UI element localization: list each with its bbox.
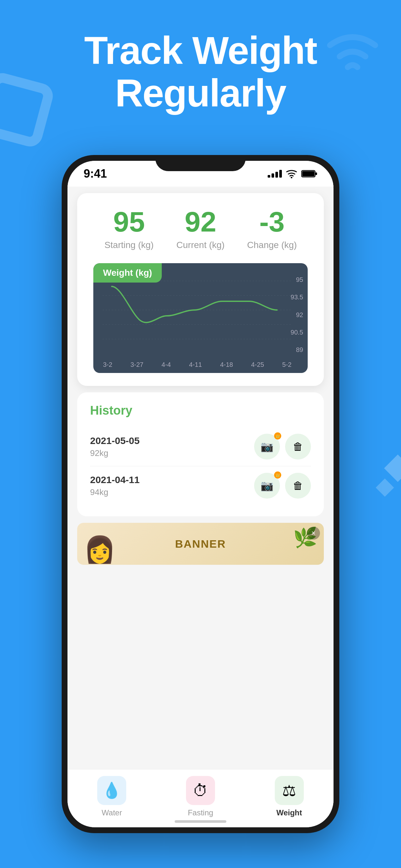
- history-weight-2: 94kg: [90, 487, 140, 497]
- tab-water[interactable]: 💧 Water: [67, 776, 156, 817]
- weight-chart: Weight (kg) 95: [93, 263, 308, 373]
- chart-header: Weight (kg): [93, 263, 162, 283]
- delete-button-1[interactable]: 🗑: [285, 434, 311, 460]
- y-label-905: 90.5: [290, 329, 303, 336]
- title-area: Track Weight Regularly: [0, 29, 401, 114]
- history-date-2: 2021-04-11: [90, 474, 140, 485]
- x-label-44: 4-4: [161, 361, 171, 368]
- banner: 👩 BANNER 🌿 ×: [77, 523, 324, 565]
- camera-icon-1: 📷: [260, 440, 274, 453]
- current-label: Current (kg): [165, 240, 236, 250]
- badge-1: 👑: [274, 432, 281, 439]
- current-value: 92: [165, 208, 236, 236]
- history-item-2: 2021-04-11 94kg 📷 👑 🗑: [90, 466, 311, 505]
- history-title: History: [90, 404, 311, 417]
- tab-fasting[interactable]: ⏱ Fasting: [156, 776, 245, 817]
- trash-icon-1: 🗑: [293, 441, 303, 453]
- history-section: History 2021-05-05 92kg 📷 👑 🗑: [77, 392, 324, 516]
- phone-frame: 9:41: [62, 155, 339, 833]
- stat-starting: 95 Starting (kg): [93, 208, 165, 250]
- weight-tab-icon: ⚖: [275, 776, 304, 805]
- history-date-1: 2021-05-05: [90, 435, 140, 446]
- history-item-1-info: 2021-05-05 92kg: [90, 435, 140, 458]
- y-label-89: 89: [290, 346, 303, 353]
- x-axis-labels: 3-2 3-27 4-4 4-11 4-18 4-25 5-2: [103, 361, 291, 368]
- delete-button-2[interactable]: 🗑: [285, 473, 311, 499]
- history-actions-1: 📷 👑 🗑: [254, 434, 311, 460]
- camera-button-1[interactable]: 📷 👑: [254, 434, 280, 460]
- title-line1: Track Weight: [84, 29, 317, 72]
- wifi-icon: [286, 169, 297, 178]
- fasting-tab-label: Fasting: [188, 808, 213, 817]
- stat-current: 92 Current (kg): [165, 208, 236, 250]
- history-item-2-info: 2021-04-11 94kg: [90, 474, 140, 497]
- stats-row: 95 Starting (kg) 92 Current (kg) -3 Chan…: [93, 208, 308, 250]
- weight-icon: ⚖: [282, 781, 296, 800]
- title-line2: Regularly: [115, 71, 286, 115]
- status-icons: [268, 169, 317, 178]
- tab-bar: 💧 Water ⏱ Fasting ⚖ Weight: [67, 769, 334, 827]
- water-tab-icon: 💧: [97, 776, 126, 805]
- stats-card: 95 Starting (kg) 92 Current (kg) -3 Chan…: [77, 193, 324, 386]
- x-label-327: 3-27: [130, 361, 143, 368]
- svg-rect-3: [302, 171, 314, 176]
- starting-value: 95: [93, 208, 165, 236]
- camera-button-2[interactable]: 📷 👑: [254, 473, 280, 499]
- bg-diamond2: [376, 478, 394, 497]
- bg-diamond1: [384, 455, 401, 482]
- y-label-935: 93.5: [290, 293, 303, 301]
- camera-icon-2: 📷: [260, 479, 274, 492]
- close-icon: ×: [312, 529, 316, 537]
- y-axis-labels: 95 93.5 92 90.5 89: [290, 276, 303, 353]
- fasting-icon: ⏱: [193, 782, 208, 800]
- banner-close-button[interactable]: ×: [307, 527, 320, 539]
- y-label-95: 95: [290, 276, 303, 283]
- svg-rect-2: [315, 173, 317, 175]
- x-label-52: 5-2: [282, 361, 291, 368]
- x-label-411: 4-11: [189, 361, 202, 368]
- history-item-1: 2021-05-05 92kg 📷 👑 🗑: [90, 427, 311, 466]
- svg-point-0: [291, 177, 292, 179]
- history-weight-1: 92kg: [90, 448, 140, 458]
- starting-label: Starting (kg): [93, 240, 165, 250]
- page-title: Track Weight Regularly: [26, 29, 375, 114]
- x-label-418: 4-18: [220, 361, 233, 368]
- change-value: -3: [236, 208, 308, 236]
- x-label-425: 4-25: [251, 361, 264, 368]
- x-label-32: 3-2: [103, 361, 112, 368]
- water-icon: 💧: [102, 781, 121, 800]
- stat-change: -3 Change (kg): [236, 208, 308, 250]
- banner-girl-icon: 👩: [84, 534, 116, 565]
- fasting-tab-icon: ⏱: [186, 776, 215, 805]
- home-indicator: [175, 820, 226, 823]
- chart-title: Weight (kg): [103, 268, 152, 278]
- phone-notch: [155, 155, 246, 171]
- battery-icon: [301, 169, 317, 178]
- history-actions-2: 📷 👑 🗑: [254, 473, 311, 499]
- tab-weight[interactable]: ⚖ Weight: [245, 776, 334, 817]
- phone-screen: 9:41: [67, 161, 334, 827]
- y-label-92: 92: [290, 311, 303, 319]
- water-tab-label: Water: [102, 808, 122, 817]
- change-label: Change (kg): [236, 240, 308, 250]
- signal-icon: [268, 170, 282, 178]
- weight-tab-label: Weight: [276, 808, 302, 817]
- trash-icon-2: 🗑: [293, 480, 303, 492]
- banner-text: BANNER: [175, 538, 226, 550]
- badge-2: 👑: [274, 471, 281, 478]
- status-time: 9:41: [84, 167, 107, 181]
